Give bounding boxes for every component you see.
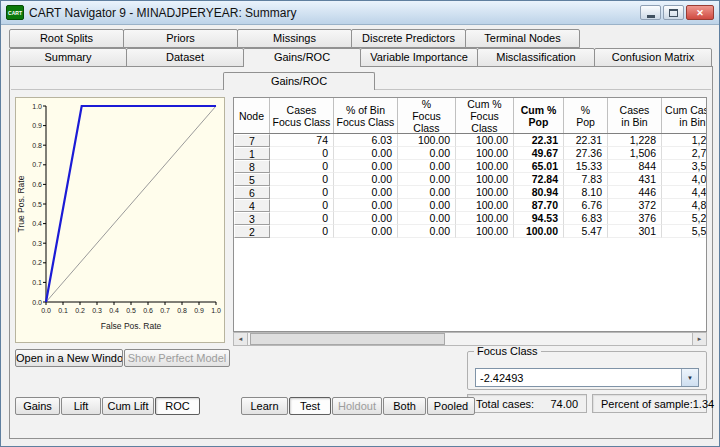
cell-cases-in-bin: 301 xyxy=(608,225,662,238)
table-horizontal-scrollbar[interactable]: ◄ ► xyxy=(233,332,707,346)
cum-lift-button[interactable]: Cum Lift xyxy=(102,397,154,415)
cell-pct-pop: 6.76 xyxy=(564,199,608,212)
column-header-cases-in-bin: Casesin Bin xyxy=(608,98,662,133)
cell-cases-in-bin: 1,506 xyxy=(608,147,662,160)
learn-button[interactable]: Learn xyxy=(241,397,288,415)
roc-chart-svg: 0.00.10.20.30.40.50.60.70.80.91.00.00.10… xyxy=(16,98,224,342)
cell-cases-in-bin: 446 xyxy=(608,186,662,199)
tab-missings[interactable]: Missings xyxy=(237,29,352,48)
cell-pct-focus: 100.00 xyxy=(398,134,456,147)
cart-navigator-window: CART CART Navigator 9 - MINADJPERYEAR: S… xyxy=(0,0,720,447)
cell-cum-pct-pop: 65.01 xyxy=(514,160,564,173)
table-row-node-8[interactable]: 800.000.00100.0065.0115.338443,578 xyxy=(234,160,707,173)
cell-cases-in-bin: 376 xyxy=(608,212,662,225)
cell-cases-focus: 0 xyxy=(270,199,334,212)
y-tick-label: 0.5 xyxy=(32,201,42,208)
cell-cum-pct-pop: 72.84 xyxy=(514,173,564,186)
combo-dropdown-button[interactable]: ▼ xyxy=(681,369,698,386)
tab-priors[interactable]: Priors xyxy=(123,29,238,48)
cell-pct-focus: 0.00 xyxy=(398,186,456,199)
cell-cases-focus: 0 xyxy=(270,173,334,186)
cell-pct-pop: 8.10 xyxy=(564,186,608,199)
cell-cum-cases-in-bin: 3,578 xyxy=(662,160,707,173)
x-tick-label: 0.9 xyxy=(194,307,204,314)
subtab-gains-roc[interactable]: Gains/ROC xyxy=(223,72,375,90)
table-row-node-7[interactable]: 7746.03100.00100.0022.3122.311,2281,228 xyxy=(234,134,707,147)
cart-app-icon: CART xyxy=(6,5,24,20)
cell-cum-cases-in-bin: 1,228 xyxy=(662,134,707,147)
node-cell: 6 xyxy=(234,186,270,199)
focus-class-dropdown[interactable]: -2.42493 ▼ xyxy=(475,368,699,387)
x-tick-label: 0.1 xyxy=(58,307,68,314)
scroll-right-button[interactable]: ► xyxy=(692,333,706,345)
scroll-left-button[interactable]: ◄ xyxy=(234,333,248,345)
cell-pct-pop: 22.31 xyxy=(564,134,608,147)
cell-cum-cases-in-bin: 4,827 xyxy=(662,199,707,212)
table-row-node-2[interactable]: 200.000.00100.00100.005.473015,504 xyxy=(234,225,707,238)
y-tick-label: 0.2 xyxy=(32,259,42,266)
tab-variable-importance[interactable]: Variable Importance xyxy=(360,48,478,67)
gains-table-header: NodeCasesFocus Class% of BinFocus Class%… xyxy=(234,98,707,134)
x-tick-label: 0.6 xyxy=(143,307,153,314)
scrollbar-thumb[interactable] xyxy=(250,333,445,345)
cell-cum-pct-pop: 87.70 xyxy=(514,199,564,212)
cell-pct-of-bin-focus: 0.00 xyxy=(334,147,398,160)
table-row-node-5[interactable]: 500.000.00100.0072.847.834314,009 xyxy=(234,173,707,186)
cell-cum-pct-pop: 100.00 xyxy=(514,225,564,238)
close-icon: ✕ xyxy=(696,8,704,18)
tab-dataset[interactable]: Dataset xyxy=(126,48,244,67)
cell-cases-in-bin: 844 xyxy=(608,160,662,173)
tab-misclassification[interactable]: Misclassification xyxy=(477,48,595,67)
close-button[interactable]: ✕ xyxy=(686,5,714,20)
node-cell: 4 xyxy=(234,199,270,212)
table-row-node-4[interactable]: 400.000.00100.0087.706.763724,827 xyxy=(234,199,707,212)
column-header-cum-pct-focus: Cum %Focus Class xyxy=(456,98,514,133)
tab-terminal-nodes[interactable]: Terminal Nodes xyxy=(465,29,580,48)
open-in-new-window-button[interactable]: Open in a New Window xyxy=(15,349,123,367)
gains-button[interactable]: Gains xyxy=(15,397,60,415)
scroll-left-icon: ◄ xyxy=(238,336,244,342)
tab-summary[interactable]: Summary xyxy=(9,48,127,67)
percent-sample-label: Percent of sample: xyxy=(601,398,693,410)
node-cell: 2 xyxy=(234,225,270,238)
cell-pct-focus: 0.00 xyxy=(398,147,456,160)
cell-cases-focus: 0 xyxy=(270,147,334,160)
cell-cum-pct-focus: 100.00 xyxy=(456,134,514,147)
cell-cum-pct-focus: 100.00 xyxy=(456,225,514,238)
tab-gains-roc[interactable]: Gains/ROC xyxy=(243,48,361,67)
y-tick-label: 0.4 xyxy=(32,220,42,227)
node-cell: 1 xyxy=(234,147,270,160)
x-tick-label: 0.5 xyxy=(126,307,136,314)
cell-cases-focus: 0 xyxy=(270,225,334,238)
table-row-node-1[interactable]: 100.000.00100.0049.6727.361,5062,734 xyxy=(234,147,707,160)
cell-cases-in-bin: 372 xyxy=(608,199,662,212)
maximize-icon xyxy=(669,9,678,17)
minimize-button[interactable] xyxy=(640,5,661,20)
chevron-down-icon: ▼ xyxy=(687,375,693,381)
test-button[interactable]: Test xyxy=(289,397,331,415)
table-row-node-3[interactable]: 300.000.00100.0094.536.833765,203 xyxy=(234,212,707,225)
roc-button[interactable]: ROC xyxy=(155,397,200,415)
cell-pct-pop: 27.36 xyxy=(564,147,608,160)
both-button[interactable]: Both xyxy=(383,397,426,415)
scrollbar-track[interactable] xyxy=(248,333,692,345)
reference-diagonal xyxy=(46,106,216,302)
node-cell: 3 xyxy=(234,212,270,225)
cell-pct-focus: 0.00 xyxy=(398,199,456,212)
y-tick-label: 0.8 xyxy=(32,142,42,149)
focus-class-label: Focus Class xyxy=(474,345,541,357)
window-title: CART Navigator 9 - MINADJPERYEAR: Summar… xyxy=(29,6,296,20)
cell-cases-focus: 74 xyxy=(270,134,334,147)
table-row-node-6[interactable]: 600.000.00100.0080.948.104464,455 xyxy=(234,186,707,199)
y-tick-label: 0.6 xyxy=(32,181,42,188)
lift-button[interactable]: Lift xyxy=(61,397,101,415)
maximize-button[interactable] xyxy=(663,5,684,20)
tab-discrete-predictors[interactable]: Discrete Predictors xyxy=(351,29,466,48)
tab-root-splits[interactable]: Root Splits xyxy=(9,29,124,48)
tab-confusion-matrix[interactable]: Confusion Matrix xyxy=(594,48,712,67)
cell-pct-pop: 7.83 xyxy=(564,173,608,186)
cell-cum-pct-focus: 100.00 xyxy=(456,199,514,212)
x-axis-label: False Pos. Rate xyxy=(101,321,162,331)
x-tick-label: 0.4 xyxy=(109,307,119,314)
pooled-button[interactable]: Pooled xyxy=(427,397,475,415)
